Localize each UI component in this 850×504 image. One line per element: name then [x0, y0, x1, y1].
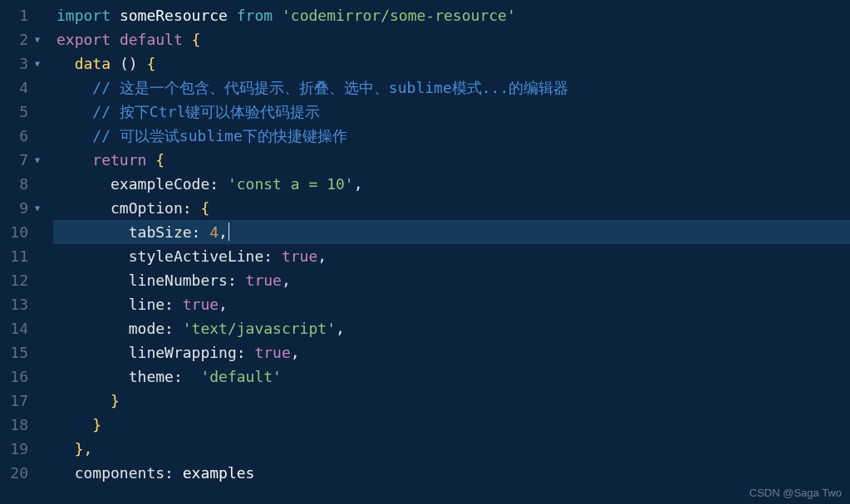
code-line-5: // 按下Ctrl键可以体验代码提示 [53, 100, 850, 124]
code-line-1: import someResource from 'codemirror/som… [53, 3, 850, 27]
code-content[interactable]: import someResource from 'codemirror/som… [47, 0, 850, 504]
code-line-14: mode: 'text/javascript', [53, 316, 850, 340]
gutter-row: 5 [0, 100, 42, 124]
gutter-row: 3▼ [0, 51, 42, 76]
gutter-row: 15 [0, 340, 42, 365]
gutter-row: 1 [0, 3, 42, 27]
code-line-18: } [53, 413, 850, 437]
gutter-row: 14 [0, 316, 42, 340]
watermark-text: CSDN @Saga Two [749, 487, 842, 499]
code-line-20: components: examples [53, 461, 850, 485]
line-gutter: 1 2▼ 3▼ 4 5 6 7▼ 8 9▼ 10 11 12 13 14 15 … [0, 0, 47, 504]
gutter-row: 20 [0, 461, 42, 485]
code-line-15: lineWrapping: true, [53, 340, 850, 365]
gutter-row: 6 [0, 124, 42, 148]
code-line-16: theme: 'default' [53, 365, 850, 389]
code-line-12: lineNumbers: true, [53, 268, 850, 292]
gutter-row: 16 [0, 365, 42, 389]
gutter-row: 11 [0, 244, 42, 268]
code-line-4: // 这是一个包含、代码提示、折叠、选中、sublime模式...的编辑器 [53, 76, 850, 100]
gutter-row: 12 [0, 268, 42, 292]
code-line-19: }, [53, 437, 850, 461]
fold-icon[interactable]: ▼ [32, 27, 40, 51]
code-line-17: } [53, 389, 850, 413]
code-line-13: line: true, [53, 292, 850, 316]
gutter-row: 2▼ [0, 27, 42, 51]
code-line-9: cmOption: { [53, 196, 850, 220]
gutter-row: 18 [0, 413, 42, 437]
gutter-row: 13 [0, 292, 42, 316]
fold-icon[interactable]: ▼ [32, 148, 40, 172]
gutter-row: 17 [0, 389, 42, 413]
code-line-2: export default { [53, 27, 850, 51]
code-line-6: // 可以尝试sublime下的快捷键操作 [53, 124, 850, 148]
code-line-10: tabSize: 4, [53, 220, 850, 244]
gutter-row: 10 [0, 220, 42, 244]
fold-icon[interactable]: ▼ [32, 51, 40, 76]
gutter-row: 9▼ [0, 196, 42, 220]
code-line-7: return { [53, 148, 850, 172]
text-cursor [228, 223, 229, 241]
fold-icon[interactable]: ▼ [32, 196, 40, 220]
code-line-11: styleActiveLine: true, [53, 244, 850, 268]
gutter-row: 4 [0, 76, 42, 100]
gutter-row: 19 [0, 437, 42, 461]
code-line-3: data () { [53, 51, 850, 76]
gutter-row: 8 [0, 172, 42, 196]
code-editor[interactable]: 1 2▼ 3▼ 4 5 6 7▼ 8 9▼ 10 11 12 13 14 15 … [0, 0, 850, 504]
code-line-8: exampleCode: 'const a = 10', [53, 172, 850, 196]
gutter-row: 7▼ [0, 148, 42, 172]
